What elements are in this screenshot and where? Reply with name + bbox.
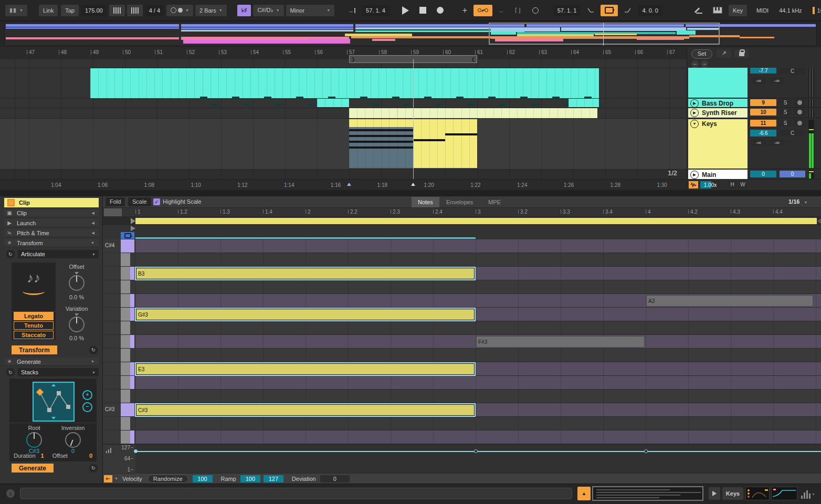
stop-button[interactable] [415,5,430,16]
piano-key[interactable] [121,280,130,293]
loop-end-marker[interactable] [817,218,821,224]
piano-key[interactable] [121,376,130,389]
track-header[interactable]: ▶Bass Drop9S [688,99,820,108]
piano-roll-lane[interactable] [135,349,821,362]
midi-note[interactable]: F#3 [476,336,645,348]
duration-value[interactable]: 1 [41,453,44,459]
solo-button[interactable]: S [780,99,791,106]
piano-roll-lane[interactable] [135,417,821,430]
scale-fold-button[interactable]: Scale [128,197,151,206]
link-button[interactable]: Link [39,5,58,16]
arrangement-position-field[interactable]: 57. 1. 4 [362,5,390,16]
grid-size-menu[interactable]: 1/16 ▼ [788,198,807,205]
send-a-field[interactable]: -∞ [751,77,766,84]
track-pan-field[interactable]: C [780,68,805,75]
clip-overview-thumbnail[interactable] [592,486,703,501]
set-locator-button[interactable]: Set [691,49,712,59]
arrangement-clip[interactable] [349,108,597,118]
capture-midi-button[interactable]: ⌈⌋ [511,5,526,16]
piano-key-root[interactable] [121,239,134,253]
midi-input-indicator[interactable]: 9 [750,99,776,106]
key-signature-icon[interactable]: ♭♯ [237,5,251,16]
automation-arm-button[interactable] [473,5,492,16]
loop-button[interactable] [601,5,618,16]
highlight-scale-checkbox[interactable]: ✓ [153,198,160,205]
nudge-down-button[interactable] [109,5,125,16]
fixed-grid-w-button[interactable]: W [739,181,747,188]
track-unfold-icon[interactable]: ▼ [690,120,699,128]
new-button[interactable]: + [458,5,471,16]
section-pitch-time[interactable]: ≒ Pitch & Time ◀ [4,229,99,237]
next-locator-button[interactable]: → [701,60,708,68]
generate-preset-select[interactable]: Stacks ▼ [18,368,99,376]
track-header[interactable]: ▼Keys11S-6.6C-∞-∞ [688,119,820,169]
arm-button[interactable] [794,99,805,106]
follow-button[interactable]: → [344,5,360,16]
arrangement-lanes[interactable]: 1/2 [0,59,687,179]
quantize-menu[interactable]: 2 Bars▼ [195,5,227,16]
randomize-amount-field[interactable]: 100 [193,475,213,482]
tenuto-button[interactable]: Tenuto [14,321,54,330]
arrangement-bar-ruler[interactable]: 4748495051525354555657585960616263646566… [0,47,687,59]
send-b-field[interactable]: -∞ [770,77,784,84]
midi-note[interactable]: G#3 [136,309,475,320]
lock-envelopes-button[interactable] [734,49,749,58]
piano-key[interactable] [121,294,130,307]
piano-roll-lane[interactable] [135,430,821,444]
scrub-speed-icon[interactable] [689,181,698,188]
overview-viewport-box[interactable] [489,23,720,45]
piano-key[interactable] [121,417,130,430]
time-signature-field[interactable]: 4 / 4 [145,5,164,16]
arrangement-overview[interactable] [4,22,817,46]
ramp-to-field[interactable]: 127 [264,475,283,482]
send-a-field[interactable]: -∞ [751,139,766,146]
tap-tempo-button[interactable]: Tap [61,5,79,16]
tab-mpe[interactable]: MPE [482,197,507,207]
track-header[interactable]: ▶Synth Riser10S [688,108,820,118]
clip-start-marker[interactable] [131,226,135,231]
section-generate[interactable]: ✳ Generate ▼ [4,358,99,366]
arrangement-time-ruler[interactable]: 1:041:061:081:101:121:141:161:181:201:22… [0,179,687,191]
staccato-button[interactable]: Staccato [14,331,54,339]
piano-roll-lane[interactable] [135,321,821,335]
track-play-icon[interactable]: ▶ [690,171,699,179]
piano-key[interactable] [121,321,130,334]
scrub-speed-field[interactable]: 1.00x [700,181,720,188]
ramp-from-field[interactable]: 100 [240,475,260,482]
loop-length-field[interactable]: 4. 0. 0 [638,5,662,16]
metronome-button[interactable]: ▼ [166,5,193,16]
track-header[interactable]: -7.7C-∞-∞ [688,68,820,98]
loop-start-marker[interactable] [131,218,135,224]
prev-locator-button[interactable]: ← [691,60,699,68]
clip-loop-toggle[interactable] [121,232,134,239]
midi-map-button[interactable]: MIDI [752,5,773,16]
main-volume-field[interactable]: 0 [750,171,776,177]
gen-offset-value[interactable]: 0 [89,453,92,459]
piano-key[interactable] [121,349,130,362]
re-enable-automation-button[interactable]: ← [494,5,509,16]
scale-menu[interactable]: Minor▼ [286,5,334,16]
midi-note[interactable]: A3 [646,295,813,307]
arrangement-clip[interactable] [317,99,349,107]
arrangement-clip[interactable] [569,99,599,107]
arm-button[interactable] [794,109,805,116]
velocity-marker[interactable] [644,449,648,453]
solo-button[interactable]: S [780,109,791,116]
piano-key-root[interactable] [121,403,134,416]
piano-key[interactable] [121,267,130,280]
record-button[interactable] [433,5,448,16]
send-b-field[interactable]: -∞ [770,139,784,146]
key-map-button[interactable]: Key [729,5,747,16]
piano-key[interactable] [121,362,130,375]
info-icon[interactable]: i [6,489,15,498]
generate-history-icon[interactable]: ↻ [6,368,15,376]
footer-play-button[interactable] [709,487,720,500]
offset-knob[interactable] [69,275,85,291]
midi-note[interactable]: B3 [136,268,475,279]
track-pan-field[interactable]: C [780,130,805,136]
track-name[interactable]: ▶Synth Riser [688,108,748,117]
section-clip[interactable]: ▣ Clip ◀ [4,209,99,217]
loop-start-field[interactable]: 57. 1. 1 [553,5,581,16]
arm-button[interactable] [794,120,805,127]
track-play-icon[interactable]: ▶ [690,109,699,117]
